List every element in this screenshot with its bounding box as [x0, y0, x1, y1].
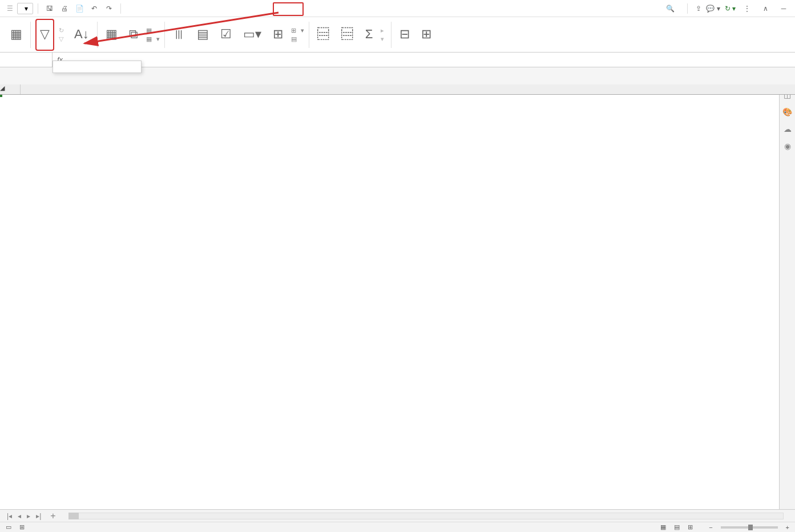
filter-mini-group: ↻ ▽: [59, 27, 66, 43]
group-button[interactable]: ⿳: [314, 19, 333, 51]
hide-detail-button[interactable]: ▾: [381, 35, 386, 43]
validation-icon: ☑: [220, 27, 232, 42]
spreadsheet-grid[interactable]: ◢: [0, 84, 795, 509]
redo-icon[interactable]: ↷: [102, 2, 116, 15]
record-form-button[interactable]: ▤: [291, 35, 304, 43]
status-bar: ▭ ⊞ ▦ ▤ ⊞ − +: [0, 522, 795, 532]
dropdown-chevron-icon: ▾: [25, 5, 28, 13]
reject-dup-button[interactable]: ▦ ▾: [146, 35, 160, 43]
tool-style-icon[interactable]: 🎨: [782, 107, 792, 116]
reapply-button[interactable]: ▽: [59, 35, 66, 43]
horizontal-scrollbar[interactable]: [68, 513, 784, 519]
highlight-dup-button[interactable]: ▦: [102, 19, 121, 51]
sheet-nav-last[interactable]: ▸|: [34, 512, 43, 520]
tool-shape-icon[interactable]: ◉: [784, 142, 791, 151]
name-box[interactable]: [0, 53, 53, 67]
highlight-dup-icon: ▦: [106, 27, 118, 42]
auto-filter-tooltip: [53, 61, 142, 73]
simulate-button[interactable]: ⊞ ▾: [291, 27, 304, 34]
zoom-in-button[interactable]: +: [786, 524, 789, 531]
tool-backup-icon[interactable]: ☁: [784, 124, 792, 134]
dup-mini-group: ▦ ▦ ▾: [146, 27, 160, 43]
sheet-tab-bar: |◂ ◂ ▸ ▸| +: [0, 509, 795, 522]
more-icon[interactable]: ⋮: [740, 2, 754, 15]
dropdown-icon: ▭▾: [243, 27, 261, 42]
sort-button[interactable]: A↓: [71, 19, 92, 51]
review-button[interactable]: 💬 ▾: [706, 5, 720, 13]
sheet-nav-prev[interactable]: ◂: [15, 512, 23, 520]
minimize-ribbon-icon[interactable]: ∧: [758, 2, 772, 15]
add-sheet-button[interactable]: +: [46, 511, 60, 521]
funnel-icon: ▽: [40, 27, 50, 42]
select-all-corner[interactable]: ◢: [0, 84, 21, 94]
validation-button[interactable]: ☑: [217, 19, 235, 51]
group-icon: ⿳: [317, 27, 330, 42]
smart-fill-button[interactable]: ▤: [193, 19, 212, 51]
sheet-nav-next[interactable]: ▸: [25, 512, 33, 520]
column-headers: ◢: [0, 84, 795, 95]
view-layout-icon[interactable]: ⊞: [688, 523, 693, 531]
pivot-icon: ▦: [10, 27, 22, 42]
consolidate-icon: ⊞: [273, 27, 283, 42]
split-table-button[interactable]: ⊟: [396, 19, 413, 51]
selection-border: [0, 95, 2, 97]
status-icon[interactable]: ▭: [6, 523, 11, 531]
merge-table-button[interactable]: ⊞: [418, 19, 435, 51]
text-to-columns-button[interactable]: ⫼: [170, 19, 189, 51]
consolidate-button[interactable]: ⊞: [269, 19, 286, 51]
sheet-nav-first[interactable]: |◂: [5, 512, 14, 520]
print-icon[interactable]: 🖨: [58, 2, 71, 15]
detail-group: ▸ ▾: [381, 27, 386, 43]
sim-group: ⊞ ▾ ▤: [291, 27, 304, 43]
sort-icon: A↓: [74, 27, 89, 42]
undo-icon[interactable]: ↶: [87, 2, 101, 15]
split-icon: ⫼: [173, 27, 185, 42]
auto-filter-button[interactable]: ▽: [35, 19, 54, 51]
zoom-out-button[interactable]: −: [709, 524, 712, 531]
subtotal-icon: Σ: [365, 27, 373, 42]
pivot-table-button[interactable]: ▦: [7, 19, 26, 51]
subtotal-button[interactable]: Σ: [362, 19, 377, 51]
save-icon[interactable]: 🖫: [43, 2, 57, 15]
data-compare-button[interactable]: ⧉: [126, 19, 142, 51]
show-all-button[interactable]: ↻: [59, 27, 66, 34]
view-normal-icon[interactable]: ▦: [660, 523, 666, 531]
share-button[interactable]: ⇪: [696, 5, 701, 13]
fill-icon: ▤: [197, 27, 209, 42]
merge-table-icon: ⊞: [421, 27, 431, 42]
insert-dropdown-button[interactable]: ▭▾: [240, 19, 265, 51]
split-table-icon: ⊟: [399, 27, 410, 42]
menu-bar: ☰ ▾ 🖫 🖨 📄 ↶ ↷ 🔍 ⇪ 💬 ▾ ↻ ▾ ⋮ ∧ ─: [0, 0, 795, 17]
right-side-toolbar: ◫ 🎨 ☁ ◉: [779, 84, 795, 509]
status-grid-icon[interactable]: ⊞: [19, 523, 25, 531]
zoom-slider[interactable]: [721, 526, 778, 529]
print-preview-icon[interactable]: 📄: [72, 2, 86, 15]
remove-dup-button[interactable]: ▦: [146, 27, 160, 34]
close-icon[interactable]: ─: [777, 2, 790, 15]
ungroup-icon: ⿳: [341, 27, 354, 42]
show-detail-button[interactable]: ▸: [381, 27, 386, 34]
wps-logo-icon: ☰: [5, 3, 15, 14]
ribbon-toolbar: ▦ ▽ ↻ ▽ A↓ ▦ ⧉ ▦ ▦ ▾ ⫼ ▤ ☑ ▭▾ ⊞ ⊞ ▾ ▤ ⿳ …: [0, 17, 795, 53]
ungroup-button[interactable]: ⿳: [338, 19, 357, 51]
sync-button[interactable]: ↻ ▾: [725, 5, 736, 13]
search-icon[interactable]: 🔍: [666, 5, 675, 13]
compare-icon: ⧉: [129, 27, 138, 42]
file-menu-button[interactable]: ▾: [17, 3, 33, 14]
view-page-icon[interactable]: ▤: [674, 523, 680, 531]
